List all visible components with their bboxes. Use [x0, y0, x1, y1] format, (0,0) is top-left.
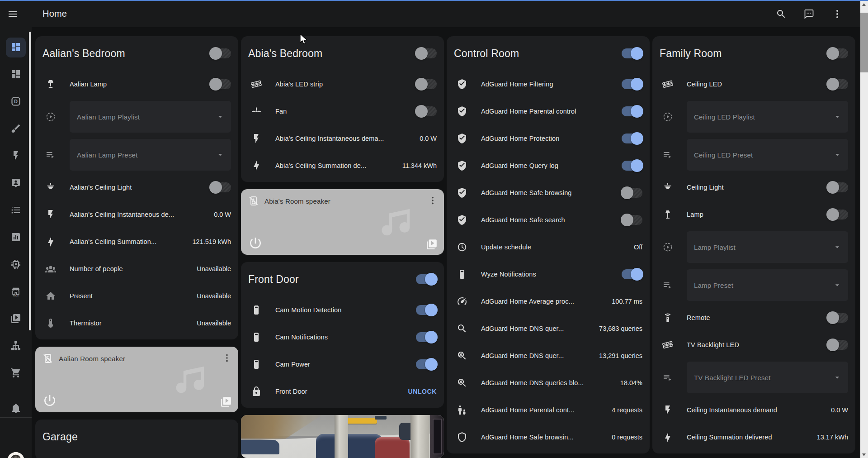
- aalian-lamp-playlist-select[interactable]: Aalian Lamp Playlist: [70, 101, 231, 133]
- search-icon[interactable]: [776, 9, 787, 19]
- adguard-home-query-log-row[interactable]: AdGuard Home Query log: [454, 152, 642, 179]
- sidebar-item-logbook-list[interactable]: [6, 200, 26, 220]
- power-button[interactable]: [42, 393, 57, 408]
- ceiling-led-toggle[interactable]: [827, 79, 848, 89]
- scrollbar-down-arrow[interactable]: [862, 453, 866, 456]
- scrollbar-thumb[interactable]: [860, 13, 868, 72]
- front-door-toggle[interactable]: [416, 274, 437, 284]
- adguard-home-safe-browsing-toggle[interactable]: [622, 188, 642, 198]
- sidebar-item-d-app[interactable]: D: [6, 92, 26, 112]
- media-menu-icon[interactable]: [222, 353, 232, 363]
- adguard-home-parental-control-row[interactable]: AdGuard Home Parental control: [454, 98, 642, 125]
- sidebar-item-integrations-sitemap[interactable]: [6, 336, 26, 356]
- sidebar-item-dashboard-secondary[interactable]: [6, 65, 26, 85]
- cam-notifications-toggle[interactable]: [416, 332, 437, 342]
- sidebar-item-notifications[interactable]: [6, 398, 26, 418]
- sidebar-item-shopping-cart[interactable]: [6, 363, 26, 383]
- aalian-s-ceiling-light-row[interactable]: Aalian's Ceiling Light: [42, 174, 231, 201]
- ceiling-led-preset-select[interactable]: Ceiling LED Preset: [687, 139, 848, 171]
- scrollbar-up-arrow[interactable]: [862, 3, 866, 6]
- cam-motion-detection-toggle[interactable]: [416, 305, 437, 315]
- power-button[interactable]: [248, 236, 263, 250]
- hamburger-menu-icon[interactable]: [7, 9, 18, 19]
- lamp-row[interactable]: Lamp: [660, 201, 848, 228]
- front-door-row[interactable]: Front DoorUNLOCK: [248, 378, 437, 405]
- cam-motion-detection-row[interactable]: Cam Motion Detection: [248, 296, 437, 324]
- adguard-home-dns-quer-row[interactable]: AdGuard Home DNS quer...73,683 queries: [454, 315, 642, 342]
- number-of-people-row[interactable]: Number of peopleUnavailable: [42, 255, 231, 282]
- aalian-s-ceiling-summation-row[interactable]: Aalian's Ceiling Summation...121.519 kWh: [42, 228, 231, 255]
- browse-media-icon[interactable]: [220, 396, 232, 408]
- adguard-home-safe-search-toggle[interactable]: [622, 215, 642, 225]
- adguard-home-query-log-toggle[interactable]: [622, 161, 642, 171]
- adguard-home-parental-control-toggle[interactable]: [622, 106, 642, 116]
- abia-s-bedroom-toggle[interactable]: [416, 48, 437, 58]
- wyze-notifications-row[interactable]: Wyze Notifications: [454, 261, 642, 288]
- sidebar-item-dashboard-primary[interactable]: [6, 38, 26, 57]
- aalian-s-ceiling-light-toggle[interactable]: [210, 182, 231, 192]
- browse-media-icon[interactable]: [426, 239, 438, 250]
- ceiling-light-toggle[interactable]: [827, 182, 848, 192]
- adguard-home-safe-search-row[interactable]: AdGuard Home Safe search: [454, 206, 642, 234]
- lamp-preset-select[interactable]: Lamp Preset: [687, 269, 848, 301]
- adguard-home-safe-browsin-row[interactable]: AdGuard Home Safe browsin...0 requests: [454, 424, 642, 451]
- present-row[interactable]: PresentUnavailable: [42, 282, 231, 310]
- aalian-room-speaker-media-card[interactable]: Aalian Room speaker: [35, 347, 238, 412]
- abia-s-room-speaker-media-card[interactable]: Abia's Room speaker: [241, 189, 444, 255]
- ceiling-instantaneous-demand-row[interactable]: Ceiling Instantaneous demand0.0 W: [660, 396, 848, 424]
- ceiling-summation-delivered-row[interactable]: Ceiling Summation delivered13.17 kWh: [660, 424, 848, 451]
- remote-toggle[interactable]: [827, 313, 848, 323]
- fan-toggle[interactable]: [416, 106, 437, 116]
- cam-notifications-row[interactable]: Cam Notifications: [248, 324, 437, 351]
- cam-power-toggle[interactable]: [416, 359, 437, 369]
- sidebar-scrollbar[interactable]: [29, 32, 31, 330]
- sidebar-item-media-library[interactable]: [6, 309, 26, 329]
- aalian-lamp-preset-select[interactable]: Aalian Lamp Preset: [70, 139, 231, 171]
- adguard-home-average-proc-row[interactable]: AdGuard Home Average proc...100.77 ms: [454, 288, 642, 315]
- sidebar-item-themes-brush[interactable]: [6, 119, 26, 139]
- tv-backlight-led-row[interactable]: TV Backlight LED: [660, 331, 848, 358]
- sidebar-item-person-badge[interactable]: [6, 173, 26, 193]
- adguard-home-dns-queries-blo-row[interactable]: AdGuard Home DNS queries blo...18.04%: [454, 369, 642, 396]
- update-schedule-row[interactable]: Update scheduleOff: [454, 234, 642, 261]
- tv-backlight-led-preset-select[interactable]: TV Backlight LED Preset: [687, 362, 848, 393]
- lamp-playlist-select[interactable]: Lamp Playlist: [687, 231, 848, 263]
- ceiling-light-row[interactable]: Ceiling Light: [660, 174, 848, 201]
- abia-s-led-strip-row[interactable]: Abia's LED strip: [248, 71, 437, 98]
- abia-s-led-strip-toggle[interactable]: [416, 79, 437, 89]
- aalian-lamp-toggle[interactable]: [210, 79, 231, 89]
- user-avatar[interactable]: [7, 452, 24, 458]
- thermistor-row[interactable]: ThermistorUnavailable: [42, 310, 231, 337]
- abia-s-ceiling-summation-de-row[interactable]: Abia's Ceiling Summation de...11.344 kWh: [248, 152, 437, 179]
- aalian-lamp-row[interactable]: Aalian Lamp: [42, 71, 231, 98]
- aalian-s-bedroom-toggle[interactable]: [210, 48, 231, 58]
- fan-row[interactable]: Fan: [248, 98, 437, 125]
- adguard-home-filtering-row[interactable]: AdGuard Home Filtering: [454, 71, 642, 98]
- adguard-home-dns-quer-row[interactable]: AdGuard Home DNS quer...13,291 queries: [454, 342, 642, 369]
- sidebar-item-history-chart[interactable]: [6, 228, 26, 248]
- sidebar-item-energy[interactable]: [6, 146, 26, 166]
- adguard-home-protection-row[interactable]: AdGuard Home Protection: [454, 125, 642, 152]
- abia-s-ceiling-instantaneous-dema-row[interactable]: Abia's Ceiling Instantaneous dema...0.0 …: [248, 125, 437, 152]
- remote-row[interactable]: Remote: [660, 304, 848, 331]
- aalian-s-ceiling-instantaneous-de-row[interactable]: Aalian's Ceiling Instantaneous de...0.0 …: [42, 201, 231, 228]
- ceiling-led-row[interactable]: Ceiling LED: [660, 71, 848, 98]
- page-scrollbar[interactable]: [860, 0, 868, 458]
- unlock-button[interactable]: UNLOCK: [408, 388, 437, 395]
- adguard-home-filtering-toggle[interactable]: [622, 79, 642, 89]
- sidebar-item-hacs[interactable]: HACS: [6, 282, 26, 302]
- lamp-toggle[interactable]: [827, 210, 848, 219]
- control-room-toggle[interactable]: [622, 48, 642, 58]
- media-menu-icon[interactable]: [428, 196, 438, 205]
- cam-power-row[interactable]: Cam Power: [248, 351, 437, 378]
- adguard-home-safe-browsing-row[interactable]: AdGuard Home Safe browsing: [454, 179, 642, 206]
- ceiling-led-playlist-select[interactable]: Ceiling LED Playlist: [687, 101, 848, 133]
- assist-chat-icon[interactable]: [803, 9, 814, 19]
- wyze-notifications-toggle[interactable]: [622, 269, 642, 279]
- family-room-toggle[interactable]: [827, 48, 848, 58]
- front-door-camera-card[interactable]: [241, 415, 444, 458]
- adguard-home-protection-toggle[interactable]: [622, 134, 642, 143]
- adguard-home-parental-cont-row[interactable]: AdGuard Home Parental cont...4 requests: [454, 396, 642, 424]
- more-options-icon[interactable]: [832, 9, 843, 19]
- sidebar-item-hardware-chip[interactable]: [6, 255, 26, 275]
